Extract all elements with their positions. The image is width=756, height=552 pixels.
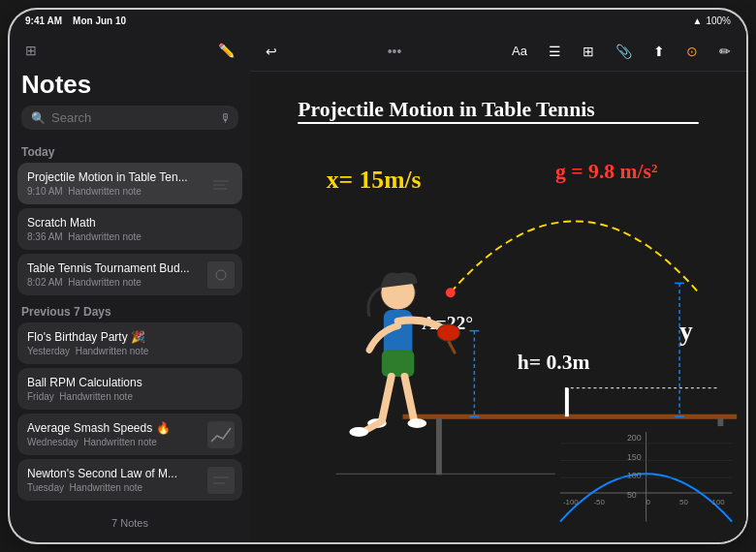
list-icon[interactable]: ☰ xyxy=(545,42,565,61)
svg-text:y: y xyxy=(679,316,693,346)
status-date: Mon Jun 10 xyxy=(73,15,126,26)
note-title: Flo's Birthday Party 🎉 xyxy=(27,330,211,344)
section-previous: Previous 7 Days xyxy=(17,299,242,322)
svg-text:h= 0.3m: h= 0.3m xyxy=(518,351,590,374)
note-item-birthday[interactable]: Flo's Birthday Party 🎉 Yesterday Handwri… xyxy=(17,322,242,364)
font-aa-icon[interactable]: Aa xyxy=(508,42,531,60)
note-meta: Wednesday Handwritten note xyxy=(27,437,233,447)
note-item-newton[interactable]: Newton's Second Law of M... Tuesday Hand… xyxy=(17,459,242,501)
note-item-tournament[interactable]: Table Tennis Tournament Bud... 8:02 AM H… xyxy=(17,254,242,295)
svg-point-36 xyxy=(349,427,368,437)
sidebar: ⊞ ✏️ Notes 🔍 🎙 Today Projectile Motion i… xyxy=(10,31,250,542)
section-today: Today xyxy=(17,139,242,163)
svg-point-11 xyxy=(446,288,456,297)
note-thumbnail xyxy=(207,261,235,289)
sidebar-footer: 7 Notes xyxy=(10,511,250,535)
svg-rect-16 xyxy=(436,417,442,475)
pencil-edit-icon[interactable]: ✏ xyxy=(715,42,735,61)
svg-text:100: 100 xyxy=(627,471,642,480)
note-canvas[interactable]: Projectile Motion in Table Tennis x= 15m… xyxy=(250,72,746,542)
svg-rect-28 xyxy=(382,350,414,377)
battery-indicator: 100% xyxy=(706,15,731,26)
search-bar[interactable]: 🔍 🎙 xyxy=(21,106,238,130)
svg-rect-18 xyxy=(565,388,569,417)
svg-text:0: 0 xyxy=(646,498,651,506)
attachment-icon[interactable]: 📎 xyxy=(612,42,636,61)
note-thumbnail xyxy=(207,170,235,198)
svg-text:Projectile Motion in Table Ten: Projectile Motion in Table Tennis xyxy=(298,98,594,121)
svg-point-29 xyxy=(437,324,460,342)
main-content-area: ↩ ••• Aa ☰ ⊞ 📎 ⬆ ⊙ ✏ Projectile Motion i… xyxy=(250,31,746,542)
more-icon[interactable]: ••• xyxy=(384,42,406,61)
lasso-icon[interactable]: ⊙ xyxy=(682,42,702,61)
svg-text:200: 200 xyxy=(627,433,642,443)
share-icon[interactable]: ⬆ xyxy=(649,42,669,61)
note-meta: Friday Handwritten note xyxy=(27,391,233,402)
svg-text:g = 9.8 m/s²: g = 9.8 m/s² xyxy=(555,160,657,183)
status-bar: 9:41 AM Mon Jun 10 ▲ 100% xyxy=(10,10,746,31)
svg-point-3 xyxy=(216,270,226,280)
svg-text:x= 15m/s: x= 15m/s xyxy=(327,166,422,194)
note-title: Projectile Motion in Table Ten... xyxy=(27,170,211,184)
wifi-icon: ▲ xyxy=(693,15,703,26)
note-meta: Tuesday Handwritten note xyxy=(27,482,233,493)
sidebar-title: Notes xyxy=(10,70,250,106)
note-item-scratch[interactable]: Scratch Math 8:36 AM Handwritten note xyxy=(17,208,242,250)
svg-text:50: 50 xyxy=(627,490,637,500)
note-meta: Yesterday Handwritten note xyxy=(27,346,233,356)
note-item-smash[interactable]: Average Smash Speeds 🔥 Wednesday Handwri… xyxy=(17,414,242,455)
note-title: Newton's Second Law of M... xyxy=(27,467,211,480)
note-title: Average Smash Speeds 🔥 xyxy=(27,421,211,435)
notes-list: Today Projectile Motion in Table Ten... … xyxy=(10,139,250,511)
note-thumbnail xyxy=(207,421,235,448)
note-item-ballrpm[interactable]: Ball RPM Calculations Friday Handwritten… xyxy=(17,368,242,410)
main-toolbar: ↩ ••• Aa ☰ ⊞ 📎 ⬆ ⊙ ✏ xyxy=(250,31,746,72)
svg-text:100: 100 xyxy=(712,498,726,506)
status-time-date: 9:41 AM Mon Jun 10 xyxy=(25,15,126,26)
svg-text:150: 150 xyxy=(627,452,642,462)
back-arrow-icon[interactable]: ↩ xyxy=(262,42,281,61)
note-meta: 9:10 AM Handwritten note xyxy=(27,186,233,197)
status-time: 9:41 AM xyxy=(25,15,62,26)
ipad-frame: 9:41 AM Mon Jun 10 ▲ 100% ⊞ ✏️ Notes 🔍 🎙 xyxy=(10,10,746,542)
note-item-projectile[interactable]: Projectile Motion in Table Ten... 9:10 A… xyxy=(17,163,242,204)
sidebar-toolbar: ⊞ ✏️ xyxy=(10,31,250,70)
search-icon: 🔍 xyxy=(31,111,46,125)
svg-text:-50: -50 xyxy=(593,498,605,506)
svg-point-34 xyxy=(407,418,426,428)
note-thumbnail xyxy=(207,467,235,494)
table-icon[interactable]: ⊞ xyxy=(579,42,598,61)
sidebar-icon[interactable]: ⊞ xyxy=(21,41,41,60)
svg-text:-100: -100 xyxy=(563,498,579,506)
note-title: Ball RPM Calculations xyxy=(27,376,211,389)
compose-icon[interactable]: ✏️ xyxy=(214,41,238,60)
search-input[interactable] xyxy=(51,110,214,125)
content-area: ⊞ ✏️ Notes 🔍 🎙 Today Projectile Motion i… xyxy=(10,31,746,542)
note-meta: 8:36 AM Handwritten note xyxy=(27,231,233,242)
status-right-area: ▲ 100% xyxy=(693,15,731,26)
note-meta: 8:02 AM Handwritten note xyxy=(27,277,233,288)
svg-text:50: 50 xyxy=(679,498,688,506)
note-title: Scratch Math xyxy=(27,216,211,230)
note-title: Table Tennis Tournament Bud... xyxy=(27,261,211,275)
mic-icon[interactable]: 🎙 xyxy=(220,111,232,125)
